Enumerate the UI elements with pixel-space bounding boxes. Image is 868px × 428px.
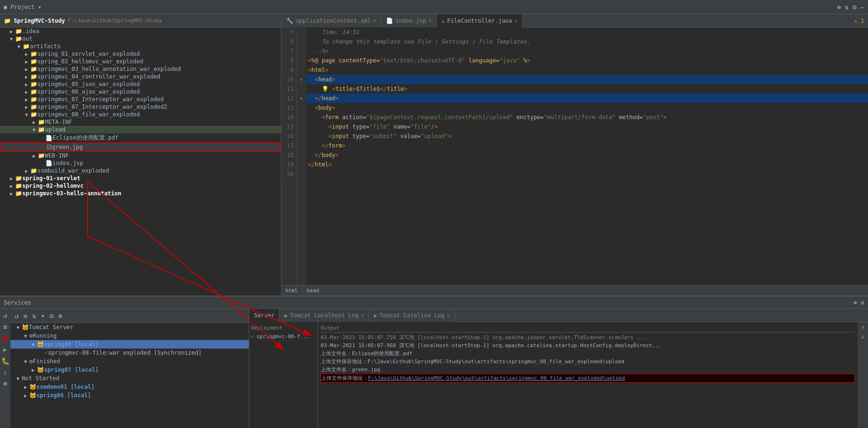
sync-icon[interactable]: ⇅ [845, 3, 849, 11]
code-area[interactable]: Time: 14:51 To change this template use … [306, 27, 868, 285]
tab-filecontroller[interactable]: ☕ FileController.java ✕ [437, 14, 523, 27]
code-line-13: <body> [306, 103, 868, 113]
code-line-17: </form> [306, 141, 868, 150]
scroll-down-icon[interactable]: ↓ [861, 333, 864, 340]
fold-icon[interactable]: ▼ [297, 94, 306, 103]
fold-icon[interactable]: ▼ [297, 75, 306, 84]
tree-item-springmvc07b[interactable]: ▶ 📁 springmvc_07_Interceptor_war_explode… [0, 103, 281, 111]
code-line-18: </body> [306, 150, 868, 160]
tree-item-ssmbuild[interactable]: ▶ 📁 ssmbuild_war_exploded [0, 167, 281, 175]
tree-arrow: ▶ [30, 120, 38, 125]
tree-item-upload[interactable]: ▼ 📁 upload [0, 126, 281, 133]
tab-applicationcontext[interactable]: 🔧 applicationContext.xml ✕ [281, 14, 381, 27]
tree-item-artifacts[interactable]: ▼ 📁 artifacts [0, 43, 281, 50]
tab-tomcat-catalina[interactable]: ▶ Tomcat Catalina Log ✕ [369, 309, 455, 322]
code-line-19: </html> [306, 160, 868, 169]
tree-item-out[interactable]: ▼ 📁 out [0, 35, 281, 43]
tree-item-webinf[interactable]: ▶ 📁 WEB-INF [0, 152, 281, 159]
service-item-spring06[interactable]: ▶ 🐱 spring06 [local] [10, 391, 249, 400]
tree-item-springmvc07[interactable]: ▶ 📁 springmvc_07_Interceptor_war_explode… [0, 96, 281, 103]
tree-item-springmvc05[interactable]: ▶ 📁 springmvc_05_json_war_exploded [0, 80, 281, 88]
align-icon[interactable]: ≡ [22, 312, 28, 320]
tab-indexjsp[interactable]: 📄 index.jsp ✕ [381, 14, 437, 27]
tomcat-icon: 🐱 [29, 384, 36, 390]
globe-icon[interactable]: ⊕ [854, 299, 857, 306]
refresh-icon[interactable]: ↺ [3, 312, 7, 319]
minimize-icon[interactable]: — [860, 3, 864, 11]
tab-server[interactable]: Server [249, 309, 280, 322]
img-icon: 🖼 [46, 144, 52, 150]
tree-item-spring02[interactable]: ▶ 📁 spring_02_hellomvc_war_exploded [0, 58, 281, 65]
list-icon[interactable]: ≡ [3, 323, 7, 331]
tree-item-indexjsp[interactable]: 📄 index.jsp [0, 159, 281, 167]
main-area: 📁 SpringMVC-Study F:\Java\Github\SpringM… [0, 14, 868, 296]
tree-item-springmvc06[interactable]: ▶ 📁 springmvc_06_ajax_war_exploded [0, 88, 281, 96]
xml-icon: 🔧 [286, 17, 293, 24]
folder-icon: 📁 [30, 58, 37, 65]
close-icon[interactable]: ✕ [361, 313, 364, 318]
globe-icon[interactable]: ⊕ [837, 3, 841, 11]
run-icon[interactable]: ▶ [3, 346, 7, 353]
tree-item-greenjpg[interactable]: 🖼 green.jpg [0, 142, 281, 152]
service-item-notstarted[interactable]: ▼ Not Started [10, 374, 249, 383]
tree-item-spring01servlet[interactable]: ▶ 📁 spring-01-servlet [0, 175, 281, 182]
services-toolbar: ↺ ≡ ⇅ ▾ ⊡ ⊕ [10, 309, 249, 323]
folder-icon: 📁 [15, 35, 22, 42]
finished-icon: ⚙ [29, 358, 33, 365]
tree-item-springmvc03anno[interactable]: ▶ 📁 springmvc-03-hello-annotation [0, 190, 281, 197]
sort-icon[interactable]: ⇅ [31, 312, 37, 320]
service-item-spring08[interactable]: ▼ 🐱 spring08 [local] [10, 340, 249, 349]
service-item-synchronized[interactable]: ✓ springmvc-08-file:war exploded [Synchr… [10, 349, 249, 357]
stop-icon[interactable]: ■ [3, 334, 7, 342]
folder-icon: 📁 [30, 81, 37, 87]
java-icon: ☕ [441, 17, 445, 24]
add-icon[interactable]: ⊕ [3, 380, 7, 387]
tree-arrow: ▶ [23, 74, 30, 79]
tree-item-metainf[interactable]: ▶ 📁 META-INF [0, 118, 281, 126]
tree-arrow: ▶ [23, 67, 30, 72]
settings-icon[interactable]: ⚙ [861, 299, 864, 306]
service-item-tomcat[interactable]: ▼ 🐱 Tomcat Server [10, 323, 249, 332]
service-item-spring07[interactable]: ▶ 🐱 spring07 [local] [10, 366, 249, 374]
debug-icon[interactable]: 🐛 [1, 357, 9, 365]
tree-arrow: ▶ [23, 52, 30, 57]
service-item-ssmdemo01[interactable]: ▶ 🐱 ssmdemo01 [local] [10, 383, 249, 391]
tree-arrow: ▶ [8, 29, 15, 34]
tomcat-icon: 🐱 [37, 367, 44, 373]
upload-path-link[interactable]: F:\Java\Github\SpringMVC-Study\out\artif… [368, 375, 625, 381]
tree-item-idea[interactable]: ▶ 📁 .idea [0, 27, 281, 35]
output-line-3: 上传文件名：Eclipse的使用配置.pdf [321, 349, 855, 358]
deployment-item: ✓ springmvc-08-f... [251, 332, 316, 341]
scroll-up-icon[interactable]: ↑ [861, 324, 864, 331]
tab-tomcat-localhost[interactable]: ▶ Tomcat Localhost Log ✕ [280, 309, 369, 322]
close-icon[interactable]: ✕ [447, 313, 450, 318]
tree-item-springmvc03[interactable]: ▶ 📁 springmvc_03_hello_annotation_war_ex… [0, 65, 281, 73]
tree-item-spring01[interactable]: ▶ 📁 spring_01_servlet_war_exploded [0, 50, 281, 58]
deployment-panel: Deployment ✓ springmvc-08-f... [249, 322, 318, 428]
tree-item-spring02hellomvc[interactable]: ▶ 📁 spring-02-hellomvc [0, 182, 281, 190]
tree-item-springmvc04[interactable]: ▶ 📁 springmvc_04_controller_war_exploded [0, 73, 281, 80]
close-icon[interactable]: ✕ [515, 18, 517, 23]
folder-icon: 📁 [30, 51, 37, 57]
tree-item-springmvc08[interactable]: ▼ 📁 springmvc_08_file_war_exploded [0, 111, 281, 118]
deploy-icon[interactable]: ⇧ [3, 368, 7, 376]
code-line-15: <input type="file" name="file"/> [306, 122, 868, 131]
close-icon[interactable]: ✕ [429, 18, 431, 23]
tree-arrow: ▶ [8, 183, 15, 189]
new-icon[interactable]: ⊕ [57, 312, 63, 320]
pdf-icon: 📄 [45, 135, 53, 141]
close-icon[interactable]: ✕ [373, 18, 376, 23]
tree-item-pdf[interactable]: 📄 Eclipse的使用配置.pdf [0, 133, 281, 142]
settings-icon[interactable]: ⚙ [852, 3, 856, 11]
check-icon: ✓ [44, 349, 48, 356]
filter-icon[interactable]: ▾ [39, 312, 46, 320]
group-icon[interactable]: ⊡ [48, 312, 55, 320]
tree-arrow: ▶ [23, 82, 30, 87]
tree-arrow: ▶ [23, 59, 30, 64]
service-item-finished[interactable]: ▼ ⚙ Finished [10, 357, 249, 366]
rerun-icon[interactable]: ↺ [13, 312, 20, 320]
tab-bar: 🔧 applicationContext.xml ✕ 📄 index.jsp ✕… [281, 14, 868, 27]
service-item-running[interactable]: ▼ ⚙ Running [10, 332, 249, 340]
jsp-icon: 📄 [45, 160, 53, 166]
folder-icon: 📁 [30, 111, 37, 118]
